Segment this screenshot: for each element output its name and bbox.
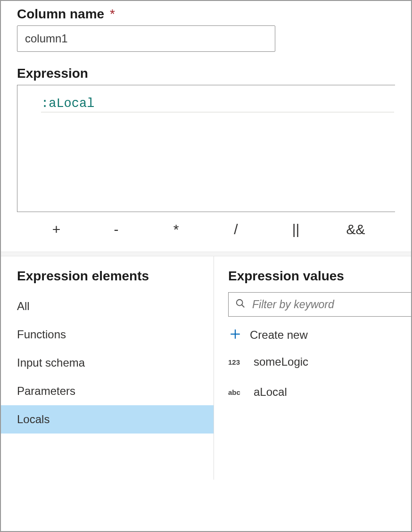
operator-divide[interactable]: / <box>206 221 266 237</box>
create-new-button[interactable]: Create new <box>228 317 411 347</box>
svg-line-1 <box>242 305 245 308</box>
svg-point-0 <box>237 300 243 306</box>
column-name-input[interactable] <box>17 25 275 52</box>
operator-toolbar: + - * / || && <box>17 212 395 252</box>
column-name-label-text: Column name <box>17 7 104 21</box>
value-item-alocal[interactable]: abc aLocal <box>228 377 411 407</box>
expression-values-panel: Expression values Create new 123 someLog… <box>214 256 411 480</box>
value-item-somelogic[interactable]: 123 someLogic <box>228 347 411 377</box>
value-label: aLocal <box>254 385 287 399</box>
expression-content[interactable]: :aLocal <box>41 97 394 113</box>
expression-editor[interactable]: :aLocal <box>17 85 395 212</box>
operator-minus[interactable]: - <box>86 221 146 237</box>
expression-label: Expression <box>17 66 395 81</box>
operator-or[interactable]: || <box>266 221 326 237</box>
create-new-label: Create new <box>250 328 308 342</box>
elements-panel-title: Expression elements <box>1 269 214 292</box>
section-divider <box>1 252 411 256</box>
operator-plus[interactable]: + <box>26 221 86 237</box>
expression-elements-panel: Expression elements All Functions Input … <box>1 256 214 480</box>
upper-section: Column name * Expression :aLocal + - * /… <box>1 1 411 252</box>
search-icon <box>235 298 246 311</box>
type-badge-string: abc <box>228 388 244 396</box>
value-label: someLogic <box>254 355 308 368</box>
required-asterisk: * <box>110 7 115 21</box>
operator-and[interactable]: && <box>326 221 386 237</box>
operator-multiply[interactable]: * <box>146 221 206 237</box>
values-panel-title: Expression values <box>228 269 411 292</box>
category-locals[interactable]: Locals <box>1 405 214 434</box>
category-input-schema[interactable]: Input schema <box>1 349 214 377</box>
expression-builder-panel: Column name * Expression :aLocal + - * /… <box>0 0 412 532</box>
values-search-input[interactable] <box>251 298 404 311</box>
values-search-box[interactable] <box>228 292 411 317</box>
column-name-label: Column name * <box>17 7 395 22</box>
lower-section: Expression elements All Functions Input … <box>1 256 411 480</box>
category-parameters[interactable]: Parameters <box>1 377 214 405</box>
plus-icon <box>229 328 241 342</box>
type-badge-number: 123 <box>228 358 244 366</box>
category-functions[interactable]: Functions <box>1 320 214 349</box>
category-all[interactable]: All <box>1 292 214 320</box>
